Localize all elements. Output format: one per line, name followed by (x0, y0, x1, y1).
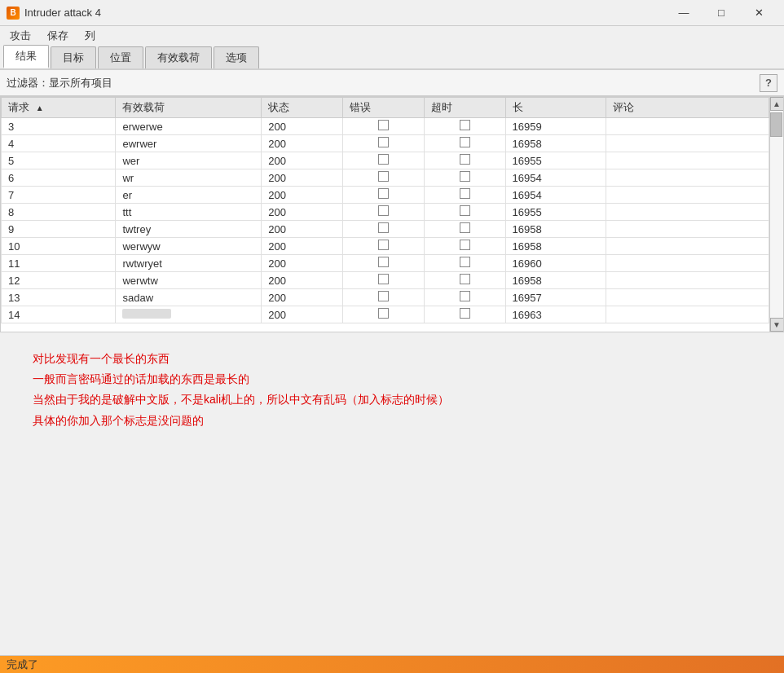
cell-timeout (424, 152, 505, 169)
table-row[interactable]: 3erwerwe20016959 (2, 118, 769, 135)
col-header-payload[interactable]: 有效载荷 (116, 98, 262, 118)
vertical-scrollbar[interactable]: ▲ ▼ (769, 97, 783, 332)
error-checkbox[interactable] (378, 240, 389, 250)
error-checkbox[interactable] (378, 205, 389, 216)
cell-length: 16958 (505, 221, 606, 238)
col-header-length[interactable]: 长 (505, 98, 606, 118)
timeout-checkbox[interactable] (460, 205, 470, 216)
annotation-line: 当然由于我的是破解中文版，不是kali机上的，所以中文有乱码（加入标志的时候） (33, 389, 751, 410)
timeout-checkbox[interactable] (460, 308, 470, 319)
error-checkbox[interactable] (378, 154, 389, 165)
table-body: 3erwerwe200169594ewrwer200169585wer20016… (2, 118, 769, 323)
error-checkbox[interactable] (378, 308, 389, 319)
cell-timeout (424, 221, 505, 238)
status-text: 完成了 (7, 658, 38, 672)
annotation-area: 对比发现有一个最长的东西一般而言密码通过的话加载的东西是最长的当然由于我的是破解… (0, 332, 784, 447)
col-header-timeout[interactable]: 超时 (424, 98, 505, 118)
tab-position[interactable]: 位置 (98, 46, 143, 68)
cell-request-id: 9 (2, 221, 116, 238)
cell-status: 200 (262, 152, 343, 169)
cell-error (342, 118, 424, 135)
menu-item-save[interactable]: 保存 (41, 27, 75, 45)
table-row[interactable]: 12werwtw20016958 (2, 272, 769, 289)
close-button[interactable]: ✕ (740, 2, 777, 24)
error-checkbox[interactable] (378, 137, 389, 147)
error-checkbox[interactable] (378, 291, 389, 301)
tab-target[interactable]: 目标 (51, 46, 96, 68)
scroll-track[interactable] (770, 111, 783, 318)
table-row[interactable]: 7er20016954 (2, 187, 769, 204)
cell-error (342, 289, 424, 306)
cell-request-id: 6 (2, 169, 116, 187)
cell-length: 16957 (505, 289, 606, 306)
cell-request-id: 10 (2, 238, 116, 255)
table-row[interactable]: 13sadaw20016957 (2, 289, 769, 306)
timeout-checkbox[interactable] (460, 222, 470, 233)
error-checkbox[interactable] (378, 120, 389, 130)
table-row[interactable]: 1420016963 (2, 306, 769, 323)
scroll-up-arrow[interactable]: ▲ (770, 97, 784, 111)
cell-payload: sadaw (116, 289, 262, 306)
col-header-comment[interactable]: 评论 (606, 98, 769, 118)
cell-error (342, 187, 424, 204)
table-row[interactable]: 10werwyw20016958 (2, 238, 769, 255)
cell-comment (606, 187, 769, 204)
cell-comment (606, 135, 769, 152)
table-row[interactable]: 6wr20016954 (2, 169, 769, 187)
table-row[interactable]: 5wer20016955 (2, 152, 769, 169)
scroll-down-arrow[interactable]: ▼ (770, 318, 784, 332)
col-header-request[interactable]: 请求 ▲ (2, 98, 116, 118)
cell-timeout (424, 306, 505, 323)
cell-comment (606, 118, 769, 135)
cell-timeout (424, 255, 505, 272)
cell-length: 16958 (505, 238, 606, 255)
error-checkbox[interactable] (378, 222, 389, 233)
error-checkbox[interactable] (378, 257, 389, 267)
cell-error (342, 255, 424, 272)
cell-request-id: 3 (2, 118, 116, 135)
results-table: 请求 ▲ 有效载荷 状态 错误 超时 长 评论 3erwerwe20016959… (1, 97, 769, 323)
minimize-button[interactable]: — (665, 2, 703, 24)
title-bar-left: B Intruder attack 4 (7, 7, 101, 20)
cell-timeout (424, 135, 505, 152)
timeout-checkbox[interactable] (460, 120, 470, 130)
menu-bar: 攻击 保存 列 (0, 26, 784, 46)
scroll-thumb[interactable] (770, 112, 782, 137)
menu-item-column[interactable]: 列 (78, 27, 102, 45)
cell-status: 200 (262, 221, 343, 238)
cell-payload: er (116, 187, 262, 204)
tab-payload[interactable]: 有效载荷 (145, 46, 212, 68)
app-icon: B (7, 7, 20, 20)
table-row[interactable]: 9twtrey20016958 (2, 221, 769, 238)
cell-comment (606, 306, 769, 323)
timeout-checkbox[interactable] (460, 240, 470, 250)
cell-status: 200 (262, 255, 343, 272)
cell-comment (606, 255, 769, 272)
menu-item-attack[interactable]: 攻击 (3, 27, 37, 45)
table-row[interactable]: 11rwtwryet20016960 (2, 255, 769, 272)
timeout-checkbox[interactable] (460, 257, 470, 267)
table-row[interactable]: 8ttt20016955 (2, 204, 769, 221)
timeout-checkbox[interactable] (460, 188, 470, 199)
col-header-status[interactable]: 状态 (262, 98, 343, 118)
table-row[interactable]: 4ewrwer20016958 (2, 135, 769, 152)
maximize-button[interactable]: □ (703, 2, 740, 24)
timeout-checkbox[interactable] (460, 274, 470, 284)
timeout-checkbox[interactable] (460, 154, 470, 165)
cell-error (342, 135, 424, 152)
help-button[interactable]: ? (760, 74, 777, 92)
cell-status: 200 (262, 289, 343, 306)
tab-options[interactable]: 选项 (214, 46, 259, 68)
col-header-error[interactable]: 错误 (342, 98, 424, 118)
error-checkbox[interactable] (378, 171, 389, 182)
timeout-checkbox[interactable] (460, 291, 470, 301)
error-checkbox[interactable] (378, 274, 389, 284)
cell-request-id: 8 (2, 204, 116, 221)
window-title: Intruder attack 4 (24, 7, 101, 19)
tab-results[interactable]: 结果 (3, 45, 49, 68)
cell-error (342, 221, 424, 238)
table-scroll[interactable]: 请求 ▲ 有效载荷 状态 错误 超时 长 评论 3erwerwe20016959… (1, 97, 769, 332)
timeout-checkbox[interactable] (460, 171, 470, 182)
error-checkbox[interactable] (378, 188, 389, 199)
timeout-checkbox[interactable] (460, 137, 470, 147)
